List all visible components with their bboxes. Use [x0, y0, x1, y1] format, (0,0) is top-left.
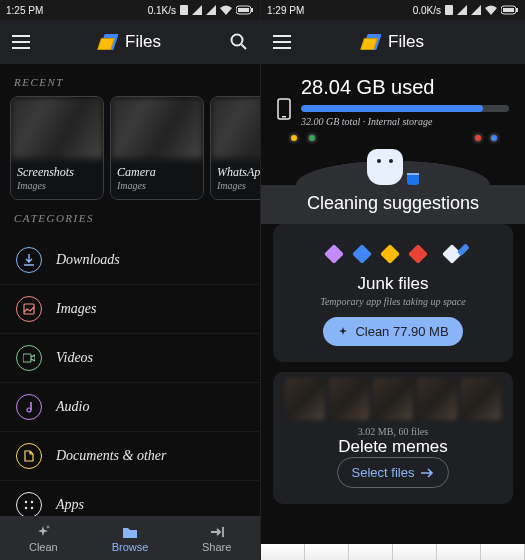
- signal-icon: [192, 5, 202, 15]
- status-bar: 1:29 PM 0.0K/s: [261, 0, 525, 20]
- download-icon: [23, 254, 35, 266]
- category-label: Documents & other: [56, 448, 166, 464]
- confetti-illustration: [285, 238, 501, 270]
- recent-row[interactable]: Screenshots Images Camera Images WhatsAp…: [0, 96, 260, 200]
- junk-title: Junk files: [285, 274, 501, 294]
- memes-title: Delete memes: [285, 437, 501, 457]
- recent-thumbnail: [111, 97, 203, 159]
- search-icon: [230, 33, 248, 51]
- document-icon: [24, 450, 34, 462]
- category-label: Videos: [56, 350, 93, 366]
- recent-type: Images: [217, 180, 260, 191]
- hamburger-icon: [273, 35, 291, 49]
- apps-icon: [23, 499, 35, 511]
- category-audio[interactable]: Audio: [0, 383, 260, 432]
- files-logo-icon: [362, 34, 382, 50]
- app-bar: Files: [261, 20, 525, 64]
- status-time: 1:25 PM: [6, 5, 43, 16]
- memes-thumbnails: [285, 378, 501, 420]
- folder-icon: [121, 523, 139, 541]
- recent-card[interactable]: Screenshots Images: [10, 96, 104, 200]
- battery-icon: [501, 5, 519, 15]
- wifi-icon: [485, 5, 497, 15]
- categories-section-label: CATEGORIES: [0, 200, 260, 232]
- sparkle-icon: [337, 326, 349, 338]
- category-label: Downloads: [56, 252, 120, 268]
- status-time: 1:29 PM: [267, 5, 304, 16]
- search-button[interactable]: [228, 33, 250, 51]
- svg-rect-14: [503, 8, 514, 12]
- files-logo-icon: [99, 34, 119, 50]
- brush-icon: [442, 244, 462, 264]
- signal-icon: [206, 5, 216, 15]
- category-label: Apps: [56, 497, 84, 513]
- arrow-right-icon: [420, 468, 434, 478]
- menu-button[interactable]: [271, 35, 293, 49]
- image-icon: [23, 303, 35, 315]
- nav-share[interactable]: Share: [173, 516, 260, 560]
- recent-name: Screenshots: [17, 165, 97, 180]
- junk-files-card: Junk files Temporary app files taking up…: [273, 224, 513, 362]
- menu-button[interactable]: [10, 35, 32, 49]
- bottom-nav: Clean Browse Share: [0, 516, 260, 560]
- storage-bar: [301, 105, 509, 112]
- bucket-icon: [407, 173, 419, 185]
- svg-rect-15: [516, 8, 518, 12]
- clean-junk-button[interactable]: Clean 77.90 MB: [323, 317, 462, 346]
- suggestions-heading: Cleaning suggestions: [261, 185, 525, 224]
- delete-memes-card: 3.02 MB, 60 files Delete memes Select fi…: [273, 372, 513, 504]
- mascot-illustration: [261, 133, 525, 185]
- category-label: Images: [56, 301, 96, 317]
- svg-point-10: [25, 507, 27, 509]
- svg-rect-17: [282, 116, 286, 118]
- recent-type: Images: [117, 180, 197, 191]
- select-memes-button[interactable]: Select files: [337, 457, 450, 488]
- svg-rect-2: [238, 8, 249, 12]
- app-bar: Files: [0, 20, 260, 64]
- status-net: 0.1K/s: [148, 5, 176, 16]
- category-videos[interactable]: Videos: [0, 334, 260, 383]
- storage-total: 32.00 GB total · Internal storage: [301, 116, 509, 127]
- recent-thumbnail: [11, 97, 103, 159]
- recent-card[interactable]: Camera Images: [110, 96, 204, 200]
- svg-point-11: [31, 507, 33, 509]
- category-documents[interactable]: Documents & other: [0, 432, 260, 481]
- nav-clean[interactable]: Clean: [0, 516, 87, 560]
- signal-icon: [457, 5, 467, 15]
- app-title: Files: [125, 32, 161, 52]
- recent-name: WhatsAp: [217, 165, 260, 180]
- svg-rect-0: [180, 5, 188, 15]
- hamburger-icon: [12, 35, 30, 49]
- svg-rect-12: [445, 5, 453, 15]
- storage-summary[interactable]: 28.04 GB used 32.00 GB total · Internal …: [261, 64, 525, 133]
- phone-icon: [277, 98, 291, 127]
- category-images[interactable]: Images: [0, 285, 260, 334]
- share-icon: [208, 523, 226, 541]
- storage-used: 28.04 GB used: [301, 76, 509, 99]
- sim-icon: [445, 5, 453, 15]
- category-apps[interactable]: Apps: [0, 481, 260, 516]
- svg-rect-6: [23, 354, 31, 362]
- recent-card[interactable]: WhatsAp Images: [210, 96, 260, 200]
- svg-point-8: [25, 501, 27, 503]
- svg-point-9: [31, 501, 33, 503]
- app-title: Files: [388, 32, 424, 52]
- sparkle-icon: [34, 523, 52, 541]
- video-icon: [23, 353, 35, 363]
- svg-rect-3: [251, 8, 253, 12]
- nav-browse[interactable]: Browse: [87, 516, 174, 560]
- signal-icon: [471, 5, 481, 15]
- recent-name: Camera: [117, 165, 197, 180]
- clean-screen: 1:29 PM 0.0K/s Files 28.04 GB used: [261, 0, 525, 560]
- audio-icon: [24, 401, 34, 413]
- svg-point-4: [232, 35, 243, 46]
- mascot-icon: [367, 149, 403, 185]
- browse-screen: 1:25 PM 0.1K/s Files RECENT Screen: [0, 0, 261, 560]
- category-label: Audio: [56, 399, 89, 415]
- wifi-icon: [220, 5, 232, 15]
- recent-section-label: RECENT: [0, 64, 260, 96]
- category-downloads[interactable]: Downloads: [0, 236, 260, 285]
- battery-icon: [236, 5, 254, 15]
- recent-type: Images: [17, 180, 97, 191]
- junk-subtitle: Temporary app files taking up space: [285, 296, 501, 307]
